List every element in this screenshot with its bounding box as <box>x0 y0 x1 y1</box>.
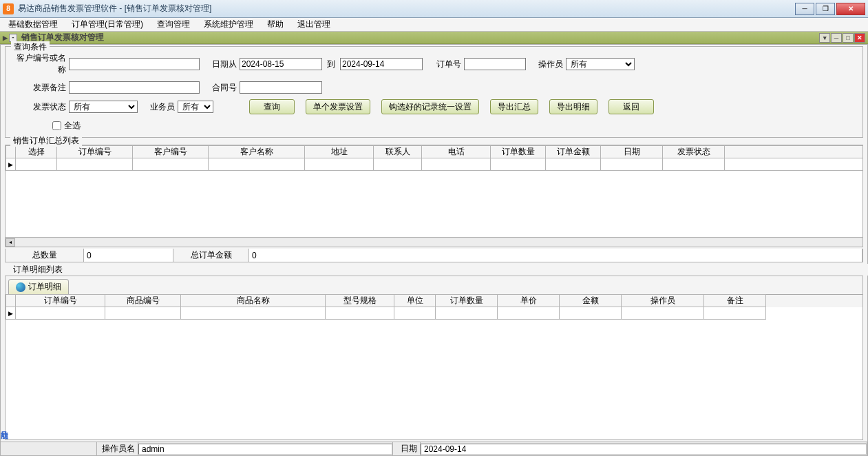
row-marker-icon: ▶ <box>6 307 16 320</box>
date-from-input[interactable] <box>240 58 322 70</box>
label-contract-no: 合同号 <box>205 82 237 94</box>
col-customer-no[interactable]: 客户编号 <box>133 146 209 158</box>
detail-row-marker-header <box>6 295 16 307</box>
menu-help[interactable]: 帮助 <box>264 17 286 32</box>
menu-query-mgmt[interactable]: 查询管理 <box>154 17 193 32</box>
globe-icon <box>16 282 25 292</box>
tab-label: 订单明细 <box>28 281 61 293</box>
col-order-amount[interactable]: 订单金额 <box>546 146 601 158</box>
date-to-input[interactable] <box>340 58 423 70</box>
subwindow-collapse-button[interactable]: - <box>9 34 17 42</box>
select-all-checkbox[interactable] <box>52 121 61 130</box>
dcol-product-name[interactable]: 商品名称 <box>181 295 326 307</box>
scroll-track[interactable] <box>15 238 862 247</box>
dcol-unit[interactable]: 单位 <box>394 295 436 307</box>
invoice-remark-input[interactable] <box>69 81 200 94</box>
menu-exit[interactable]: 退出管理 <box>295 17 333 32</box>
window-controls: ─ ❐ ✕ <box>795 3 865 15</box>
col-order-no[interactable]: 订单编号 <box>57 146 133 158</box>
close-button[interactable]: ✕ <box>836 3 865 15</box>
status-operator-label: 操作员名 <box>97 442 138 455</box>
status-date-label: 日期 <box>393 442 421 455</box>
dcol-unit-price[interactable]: 单价 <box>498 295 560 307</box>
dcol-remark[interactable]: 备注 <box>704 295 766 307</box>
table-row[interactable]: ▶ <box>6 158 863 171</box>
maximize-button[interactable]: ❐ <box>816 3 835 15</box>
subwindow-minimize-button[interactable]: ─ <box>831 33 842 43</box>
summary-grid: 选择 订单编号 客户编号 客户名称 地址 联系人 电话 订单数量 订单金额 日期… <box>6 145 862 171</box>
col-date[interactable]: 日期 <box>601 146 663 158</box>
menu-system-maint[interactable]: 系统维护管理 <box>201 17 256 32</box>
detail-section-title: 订单明细列表 <box>10 264 868 276</box>
summary-grid-section: 销售订单汇总列表 选择 订单编号 客户编号 客户名称 地址 <box>5 141 863 247</box>
label-customer: 客户编号或名称 <box>11 52 66 76</box>
dcol-amount[interactable]: 金额 <box>560 295 622 307</box>
total-qty-value: 0 <box>84 249 173 262</box>
contract-no-input[interactable] <box>240 81 322 94</box>
detail-grid: 订单编号 商品编号 商品名称 型号规格 单位 订单数量 单价 金额 操作员 备注… <box>6 294 862 320</box>
label-date-to: 到 <box>325 59 337 70</box>
dcol-operator[interactable]: 操作员 <box>622 295 704 307</box>
col-invoice-status[interactable]: 发票状态 <box>663 146 725 158</box>
dcol-order-no[interactable]: 订单编号 <box>16 295 105 307</box>
operator-select[interactable]: 所有 <box>566 58 635 70</box>
label-invoice-remark: 发票备注 <box>11 82 66 94</box>
col-contact[interactable]: 联系人 <box>374 146 422 158</box>
status-operator-value: admin <box>138 444 392 455</box>
query-group-title: 查询条件 <box>11 41 50 53</box>
row-marker-icon: ▶ <box>6 158 16 171</box>
search-button[interactable]: 查询 <box>249 99 295 114</box>
menu-order-mgmt[interactable]: 订单管理(日常管理) <box>69 17 146 32</box>
col-phone[interactable]: 电话 <box>422 146 491 158</box>
return-button[interactable]: 返回 <box>608 99 654 114</box>
dcol-order-qty[interactable]: 订单数量 <box>436 295 498 307</box>
content-area: 功能导航 查询条件 客户编号或名称 日期从 到 订单号 操作员 所有 <box>0 44 868 456</box>
label-operator: 操作员 <box>531 59 563 70</box>
customer-input[interactable] <box>69 58 200 70</box>
single-invoice-button[interactable]: 单个发票设置 <box>306 99 370 114</box>
col-address[interactable]: 地址 <box>305 146 374 158</box>
col-customer-name[interactable]: 客户名称 <box>209 146 305 158</box>
subwindow-close-button[interactable]: ✕ <box>854 33 865 43</box>
detail-section: 订单明细列表 订单明细 订单编号 商品编号 <box>5 264 863 440</box>
table-row[interactable]: ▶ <box>6 307 863 320</box>
detail-grid-body <box>6 320 862 439</box>
menubar: 基础数据管理 订单管理(日常管理) 查询管理 系统维护管理 帮助 退出管理 <box>0 18 868 32</box>
label-select-all: 全选 <box>64 120 81 132</box>
minimize-button[interactable]: ─ <box>795 3 814 15</box>
total-amount-label: 总订单金额 <box>173 249 249 262</box>
export-detail-button[interactable]: 导出明细 <box>549 99 597 114</box>
col-order-qty[interactable]: 订单数量 <box>491 146 546 158</box>
summary-grid-title: 销售订单汇总列表 <box>10 135 82 147</box>
summary-grid-scrollbar[interactable]: ◂ <box>6 237 862 247</box>
subwindow-maximize-button[interactable]: □ <box>843 33 854 43</box>
menu-basic-data[interactable]: 基础数据管理 <box>6 17 61 32</box>
totals-row: 总数量 0 总订单金额 0 <box>5 249 863 262</box>
scroll-left-icon[interactable]: ◂ <box>6 238 15 247</box>
subwindow-arrow-icon[interactable]: ▶ <box>3 34 8 41</box>
row-marker-header <box>6 146 16 158</box>
dcol-spec[interactable]: 型号规格 <box>326 295 394 307</box>
invoice-status-select[interactable]: 所有 <box>69 101 138 113</box>
order-no-input[interactable] <box>464 58 526 70</box>
col-select[interactable]: 选择 <box>16 146 57 158</box>
col-blank <box>725 146 863 158</box>
label-salesperson: 业务员 <box>143 101 175 113</box>
summary-grid-body <box>6 171 862 237</box>
label-order-no: 订单号 <box>430 59 461 70</box>
salesperson-select[interactable]: 所有 <box>178 101 213 113</box>
side-nav-tab[interactable]: 功能导航 <box>0 422 10 428</box>
dcol-product-no[interactable]: 商品编号 <box>105 295 181 307</box>
window-title: 易达商品销售发票管理软件 - [销售订单发票核对管理] <box>18 3 795 14</box>
titlebar: 8 易达商品销售发票管理软件 - [销售订单发票核对管理] ─ ❐ ✕ <box>0 0 868 18</box>
total-qty-label: 总数量 <box>6 249 84 262</box>
total-amount-value: 0 <box>249 249 862 262</box>
batch-setting-button[interactable]: 钩选好的记录统一设置 <box>381 99 479 114</box>
label-date-from: 日期从 <box>205 59 237 70</box>
export-summary-button[interactable]: 导出汇总 <box>490 99 538 114</box>
query-group: 查询条件 客户编号或名称 日期从 到 订单号 操作员 所有 发票备注 <box>5 46 863 138</box>
app-icon: 8 <box>3 3 14 14</box>
label-invoice-status: 发票状态 <box>11 101 66 113</box>
subwindow-dropdown-button[interactable]: ▾ <box>819 33 830 43</box>
tab-order-detail[interactable]: 订单明细 <box>8 279 69 294</box>
